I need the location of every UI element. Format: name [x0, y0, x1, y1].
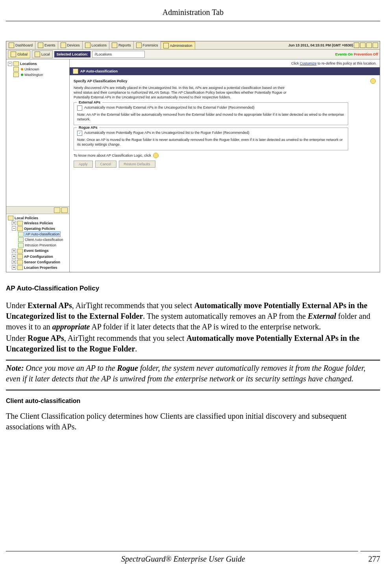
body-text: Under External APs, AirTight recommends … [6, 300, 380, 332]
global-button[interactable]: Global [8, 50, 30, 58]
info-bulb-icon[interactable] [153, 153, 159, 158]
logout-icon[interactable] [373, 43, 378, 48]
node-client-auto-classification[interactable]: Client Auto-classification [8, 237, 68, 242]
refresh-icon[interactable] [354, 43, 359, 48]
body-text: The Client Classification policy determi… [6, 411, 380, 432]
external-aps-checkbox[interactable] [77, 105, 82, 111]
tab-locations[interactable]: Locations [83, 41, 110, 49]
policy-tree-header: Local Policies [8, 216, 68, 220]
panel-body: Specify AP Classification Policy Newly d… [70, 75, 380, 171]
policy-tree[interactable]: Local Policies +Wireless Policies −Opera… [6, 214, 69, 272]
tab-dashboard[interactable]: Dashboard [6, 41, 35, 49]
tree-toolbar [6, 207, 69, 214]
section-heading-client-auto: Client auto-classification [6, 397, 380, 405]
panel-heading: Specify AP Classification Policy [74, 78, 376, 84]
body-text: Under Rogue APs, AirTight recommends tha… [6, 333, 380, 354]
forensics-icon [136, 43, 142, 48]
leaf-icon [18, 237, 24, 242]
rogue-aps-checkbox-label: Automatically move Potentially Rogue APs… [84, 130, 249, 135]
customize-link[interactable]: Customize [300, 61, 317, 65]
events-status: Events On Prevention Off [335, 52, 378, 57]
external-aps-fieldset: External APs Automatically move Potentia… [74, 102, 348, 125]
node-sensor-configuration[interactable]: +Sensor Configuration [8, 259, 68, 265]
rogue-aps-legend: Rogue APs [77, 125, 99, 130]
rogue-aps-checkbox[interactable]: ✓ [77, 131, 82, 136]
tab-events[interactable]: Events [35, 41, 58, 49]
expand-icon[interactable]: + [12, 249, 16, 253]
selected-location-label: Selected Location: [54, 51, 90, 57]
node-location-properties[interactable]: +Location Properties [8, 265, 68, 270]
page-header: Administration Tab [0, 0, 386, 20]
node-event-settings[interactable]: +Event Settings [8, 248, 68, 253]
panel-buttons: Apply Cancel Restore Defaults [74, 161, 376, 168]
rogue-aps-fieldset: Rogue APs ✓ Automatically move Potential… [74, 128, 348, 150]
local-icon [35, 52, 40, 57]
tree-root[interactable]: −Locations [8, 61, 68, 67]
reports-icon [112, 43, 117, 48]
node-intrusion-prevention[interactable]: Intrusion Prevention [8, 242, 68, 248]
expand-icon[interactable]: + [12, 260, 16, 264]
expand-icon[interactable]: + [12, 265, 16, 270]
expand-icon[interactable]: + [12, 221, 16, 225]
collapse-icon[interactable]: − [8, 62, 12, 66]
apply-button[interactable]: Apply [74, 161, 93, 168]
locations-icon [85, 43, 90, 48]
footer-rule [6, 551, 380, 551]
folder-icon [8, 216, 13, 220]
note-block: Note: Once you move an AP to the Rogue f… [6, 363, 380, 384]
location-tree[interactable]: −Locations Unknown Washington [6, 59, 69, 207]
tab-administration[interactable]: Administration [161, 41, 195, 49]
tool-icon[interactable] [61, 207, 68, 213]
status-dot-icon [21, 68, 23, 70]
clock: Jun 13 2011, 04:15:01 PM (GMT +0530) [287, 41, 380, 49]
tree-item-washington[interactable]: Washington [8, 72, 68, 78]
restore-defaults-button[interactable]: Restore Defaults [119, 161, 155, 168]
external-aps-legend: External APs [77, 100, 102, 105]
external-aps-checkbox-label: Automatically move Potentially External … [84, 105, 255, 110]
folder-icon [17, 265, 23, 270]
tool-icon[interactable] [54, 207, 60, 213]
folder-icon [17, 254, 23, 259]
rule [6, 360, 380, 361]
devices-icon [61, 43, 66, 48]
content-area: Click Customize to re-define this policy… [70, 59, 380, 272]
local-button[interactable]: Local [32, 50, 53, 58]
section-heading-ap-auto: AP Auto-Classification Policy [6, 284, 380, 293]
panel-icon [73, 68, 78, 74]
window-icon[interactable] [366, 43, 372, 48]
globe-icon [11, 52, 16, 57]
expand-icon[interactable]: + [12, 254, 16, 259]
leaf-icon [18, 232, 24, 237]
rogue-aps-note: Note: Once an AP is moved to the Rogue f… [77, 137, 345, 147]
tab-reports[interactable]: Reports [109, 41, 134, 49]
node-wireless-policies[interactable]: +Wireless Policies [8, 220, 68, 226]
page-footer: SpectraGuard® Enterprise User Guide 277 [0, 551, 386, 572]
bulb-icon[interactable] [370, 78, 376, 84]
node-ap-configuration[interactable]: +AP Configuration [8, 254, 68, 259]
folder-icon [17, 221, 23, 226]
tab-devices[interactable]: Devices [58, 41, 83, 49]
header-rule [6, 21, 380, 21]
help-icon[interactable] [360, 43, 366, 48]
folder-icon [17, 260, 23, 264]
page-number: 277 [368, 554, 380, 564]
folder-icon [17, 249, 23, 253]
external-aps-note: Note: An AP in the External folder will … [77, 112, 345, 122]
collapse-icon[interactable]: − [12, 226, 16, 231]
cancel-button[interactable]: Cancel [95, 161, 116, 168]
folder-icon [17, 226, 23, 231]
tree-item-unknown[interactable]: Unknown [8, 67, 68, 72]
left-sidebar: −Locations Unknown Washington Local Poli… [6, 59, 70, 272]
dashboard-icon [9, 43, 14, 48]
customize-hint: Click Customize to re-define this policy… [70, 59, 380, 67]
know-more-row: To know more about AP Classification Log… [74, 153, 376, 158]
administration-icon [163, 43, 169, 48]
folder-icon [13, 72, 19, 77]
selected-location-path[interactable]: //Locations [92, 51, 145, 58]
node-operating-policies[interactable]: −Operating Policies [8, 226, 68, 231]
rule [6, 390, 380, 390]
node-ap-auto-classification[interactable]: AP Auto-classification [8, 231, 68, 237]
app-screenshot: Dashboard Events Devices Locations Repor… [6, 41, 380, 272]
tab-forensics[interactable]: Forensics [134, 41, 161, 49]
location-bar: Global Local Selected Location: //Locati… [6, 50, 380, 59]
